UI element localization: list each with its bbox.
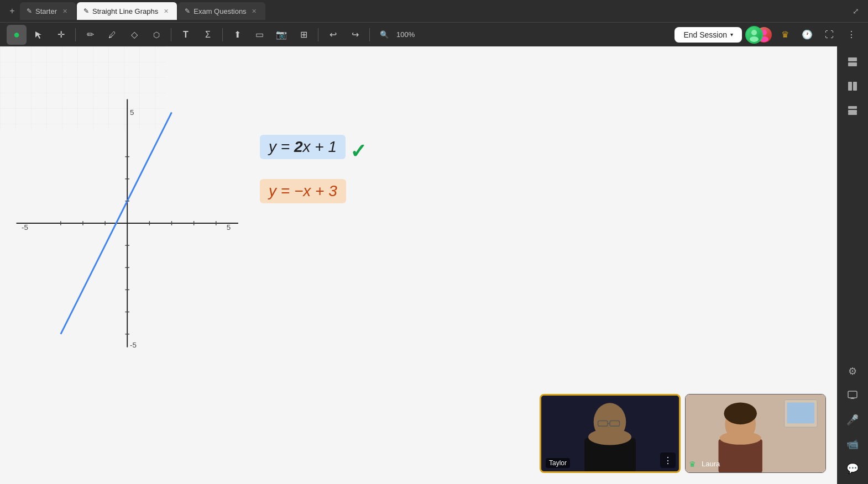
separator-5 xyxy=(369,28,370,41)
video-menu-button-taylor[interactable]: ⋮ xyxy=(660,453,676,468)
shape-tool-button[interactable]: ◇ xyxy=(124,25,144,45)
upload-tool-button[interactable]: ⬆ xyxy=(227,25,247,45)
svg-rect-44 xyxy=(848,82,852,91)
highlighter-tool-button[interactable]: 🖊 xyxy=(102,25,122,45)
correct-checkmark: ✓ xyxy=(350,140,367,163)
participant-name-laura: Laura xyxy=(698,459,723,469)
main-area: 5 -5 -5 5 xyxy=(0,46,868,484)
redo-button[interactable]: ↪ xyxy=(345,25,365,45)
svg-point-41 xyxy=(724,402,757,424)
diagram-tool-button[interactable]: ⬡ xyxy=(147,25,166,45)
end-session-label: End Session xyxy=(683,30,727,39)
tab-starter-label: Starter xyxy=(35,7,57,15)
sidebar-layout-1-button[interactable] xyxy=(841,51,864,73)
feedback-button[interactable] xyxy=(841,385,864,407)
chevron-down-icon: ▾ xyxy=(730,31,733,38)
svg-point-3 xyxy=(750,36,759,42)
formula-tool-button[interactable]: Σ xyxy=(198,25,218,45)
svg-text:5: 5 xyxy=(227,223,231,232)
svg-rect-42 xyxy=(848,57,857,61)
crown-badge-laura: ♛ xyxy=(689,460,696,469)
sidebar-layout-3-button[interactable] xyxy=(841,99,864,122)
svg-rect-48 xyxy=(848,113,857,115)
svg-text:-5: -5 xyxy=(22,223,28,232)
svg-rect-49 xyxy=(848,391,857,398)
svg-point-31 xyxy=(588,429,631,445)
avatar-user2 xyxy=(745,26,763,44)
new-tab-button[interactable]: + xyxy=(4,3,20,19)
video-tile-taylor: Taylor ⋮ xyxy=(540,394,681,473)
video-button[interactable]: 📹 xyxy=(841,433,864,455)
separator-4 xyxy=(318,28,318,41)
svg-rect-45 xyxy=(853,82,857,91)
tab-straight-line[interactable]: ✎ Straight Line Graphs ✕ xyxy=(77,2,177,20)
video-area: Taylor ⋮ xyxy=(540,394,826,473)
tab-icon-3: ✎ xyxy=(185,7,190,15)
mic-button[interactable]: 🎤 xyxy=(841,409,864,431)
separator-2 xyxy=(171,28,171,41)
canvas-area[interactable]: 5 -5 -5 5 xyxy=(0,46,837,484)
grid-tool-button[interactable]: ⊞ xyxy=(294,25,313,45)
sidebar-layout-2-button[interactable] xyxy=(841,75,864,97)
svg-text:-5: -5 xyxy=(130,341,137,349)
svg-rect-46 xyxy=(848,106,857,109)
video-tile-laura: ♛ Laura xyxy=(685,394,826,473)
tab-starter[interactable]: ✎ Starter ✕ xyxy=(20,2,76,20)
zoom-icon: 🔍 xyxy=(374,25,394,45)
top-bar: + ✎ Starter ✕ ✎ Straight Line Graphs ✕ ✎… xyxy=(0,0,868,22)
select-tool-button[interactable] xyxy=(29,25,49,45)
equation-container: y = 2x + 1 ✓ y = −x + 3 xyxy=(260,135,367,212)
equation-2: y = −x + 3 xyxy=(260,179,346,203)
move-tool-button[interactable]: ✛ xyxy=(51,25,71,45)
tab-exam-questions-close[interactable]: ✕ xyxy=(250,7,259,15)
svg-rect-47 xyxy=(848,110,857,113)
tab-straight-line-label: Straight Line Graphs xyxy=(92,7,158,15)
camera-tool-button[interactable]: 📷 xyxy=(271,25,291,45)
participant-name-taylor: Taylor xyxy=(546,458,570,468)
right-sidebar: ⚙ 🎤 📹 💬 xyxy=(837,46,868,484)
tab-icon: ✎ xyxy=(27,7,32,15)
settings-button[interactable]: ⚙ xyxy=(841,360,864,382)
clock-icon[interactable]: 🕐 xyxy=(797,25,817,45)
separator-3 xyxy=(222,28,223,41)
top-bar-right: ⤢ xyxy=(848,3,864,19)
svg-rect-37 xyxy=(787,402,815,423)
undo-button[interactable]: ↩ xyxy=(323,25,343,45)
end-session-button[interactable]: End Session ▾ xyxy=(674,27,742,43)
toolbar: ● ✛ ✏ 🖊 ◇ ⬡ T Σ ⬆ ▭ 📷 ⊞ ↩ ↪ 🔍 100% End S… xyxy=(0,22,868,46)
equation-1: y = 2x + 1 xyxy=(260,135,346,159)
svg-point-2 xyxy=(751,30,757,35)
coordinate-graph: 5 -5 -5 5 xyxy=(11,93,249,353)
svg-text:5: 5 xyxy=(130,108,134,117)
fullscreen-icon[interactable]: ⛶ xyxy=(819,25,839,45)
circle-tool-button[interactable]: ● xyxy=(7,25,27,45)
text-tool-button[interactable]: T xyxy=(176,25,196,45)
more-options-icon[interactable]: ⋮ xyxy=(841,25,861,45)
pen-tool-button[interactable]: ✏ xyxy=(80,25,100,45)
graph-wrapper: 5 -5 -5 5 xyxy=(11,93,249,355)
frame-tool-button[interactable]: ▭ xyxy=(249,25,269,45)
tab-straight-line-close[interactable]: ✕ xyxy=(161,7,170,15)
svg-rect-43 xyxy=(848,62,857,66)
separator-1 xyxy=(75,28,76,41)
expand-button[interactable]: ⤢ xyxy=(848,3,864,19)
tab-exam-questions[interactable]: ✎ Exam Questions ✕ xyxy=(178,2,265,20)
svg-point-40 xyxy=(720,432,761,445)
chat-button[interactable]: 💬 xyxy=(841,457,864,480)
tab-starter-close[interactable]: ✕ xyxy=(60,7,69,15)
tab-icon-2: ✎ xyxy=(83,7,89,15)
tab-exam-questions-label: Exam Questions xyxy=(194,7,246,15)
zoom-level: 100% xyxy=(396,30,415,39)
crown-icon[interactable]: ♛ xyxy=(775,25,795,45)
